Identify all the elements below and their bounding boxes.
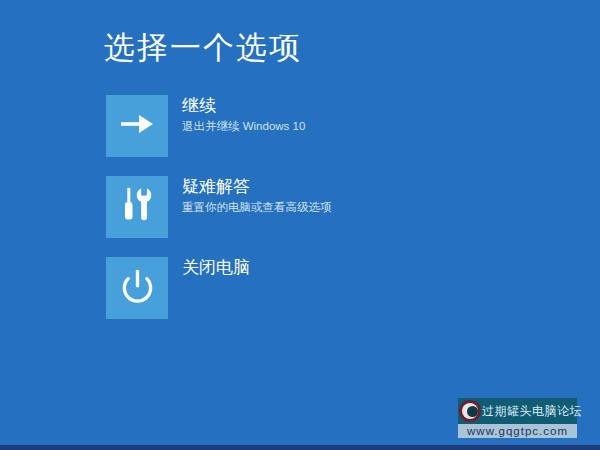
bottom-edge-strip bbox=[0, 445, 600, 450]
forum-url: www.gqgtpc.com bbox=[467, 425, 568, 437]
option-troubleshoot[interactable]: 疑难解答 重置你的电脑或查看高级选项 bbox=[106, 176, 332, 238]
page-title: 选择一个选项 bbox=[104, 28, 302, 68]
arrow-right-icon bbox=[119, 111, 156, 141]
forum-name: 过期罐头电脑论坛 bbox=[482, 403, 582, 420]
troubleshoot-tile bbox=[106, 176, 168, 238]
option-turn-off-label: 关闭电脑 bbox=[182, 257, 250, 278]
option-troubleshoot-label: 疑难解答 bbox=[182, 176, 332, 197]
forum-watermark: 过期罐头电脑论坛 www.gqgtpc.com bbox=[458, 398, 577, 438]
winre-choose-option-screen: 选择一个选项 继续 退出并继续 Windows 10 bbox=[0, 0, 600, 450]
option-continue[interactable]: 继续 退出并继续 Windows 10 bbox=[106, 95, 332, 157]
option-turn-off-pc[interactable]: 关闭电脑 bbox=[106, 257, 332, 319]
continue-tile bbox=[106, 95, 168, 157]
option-continue-subtitle: 退出并继续 Windows 10 bbox=[182, 119, 305, 133]
forum-logo-icon bbox=[459, 400, 481, 422]
option-troubleshoot-subtitle: 重置你的电脑或查看高级选项 bbox=[182, 200, 332, 214]
power-icon bbox=[120, 269, 155, 308]
turn-off-tile bbox=[106, 257, 168, 319]
options-list: 继续 退出并继续 Windows 10 bbox=[106, 95, 332, 338]
tools-icon bbox=[119, 185, 155, 229]
option-continue-label: 继续 bbox=[182, 95, 305, 116]
